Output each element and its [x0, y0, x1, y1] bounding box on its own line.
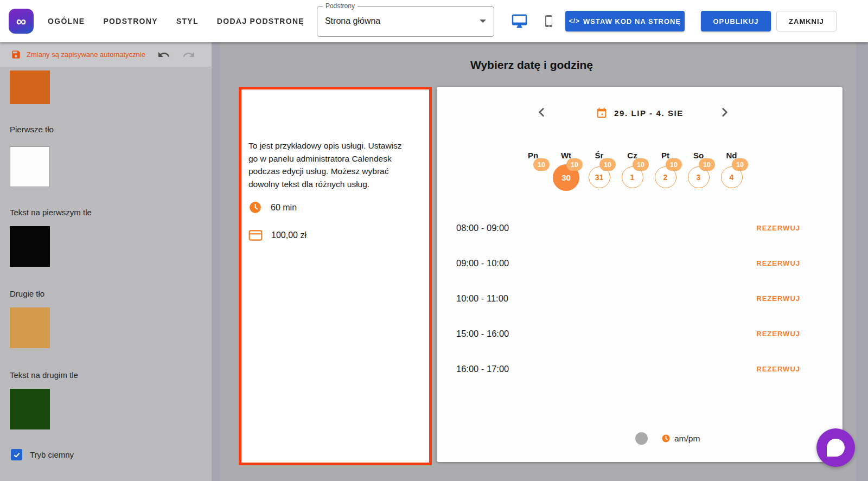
day-column-pn: Pn 10 [516, 151, 550, 193]
day-column-so: So 3 10 [682, 151, 715, 193]
nav-podstrony[interactable]: PODSTRONY [103, 11, 157, 31]
ampm-toggle-row: am/pm [635, 432, 700, 445]
service-duration-row: 60 min [248, 201, 297, 214]
slot-time: 16:00 - 17:00 [456, 364, 509, 374]
color-swatch-text-on-first-bg[interactable] [10, 226, 50, 267]
field-label-second-bg: Drugie tło [10, 289, 44, 298]
color-swatch-second-bg[interactable] [10, 307, 50, 348]
nav-ogolne[interactable]: OGÓLNE [48, 11, 85, 31]
slots-badge: 10 [566, 158, 583, 171]
autosave-note: Zmiany są zapisywane automatycznie [27, 50, 145, 59]
nav-styl[interactable]: STYL [176, 11, 199, 31]
field-label-first-bg: Pierwsze tło [10, 125, 54, 134]
chevron-down-icon [480, 20, 486, 23]
slot-time: 10:00 - 11:00 [456, 293, 508, 304]
next-week-icon[interactable] [718, 105, 732, 121]
slot-time: 09:00 - 10:00 [456, 258, 509, 268]
reserve-button[interactable]: REZERWUJ [756, 330, 800, 338]
week-days-row: Pn 10 Wt 30 10 Śr 31 10 [516, 151, 748, 193]
day-label: Pt [661, 151, 669, 160]
service-description-text: To jest przykładowy opis usługi. Ustawis… [248, 139, 411, 190]
style-sidebar: Zmiany są zapisywane automatycznie Pierw… [0, 42, 220, 481]
insert-code-label: WSTAW KOD NA STRONĘ [583, 17, 681, 25]
day-column-pt: Pt 2 10 [649, 151, 682, 193]
credit-card-icon [248, 229, 263, 241]
sidebar-scrollbar[interactable] [212, 42, 220, 481]
day-column-sr: Śr 31 10 [583, 151, 616, 193]
slots-badge: 10 [599, 158, 616, 171]
ampm-toggle[interactable] [635, 432, 648, 445]
slot-time: 08:00 - 09:00 [456, 223, 509, 233]
top-toolbar: ∞ OGÓLNE PODSTRONY STYL DODAJ PODSTRONĘ … [0, 0, 868, 42]
service-duration: 60 min [271, 203, 297, 213]
chat-widget-button[interactable] [816, 428, 855, 467]
reserve-button[interactable]: REZERWUJ [756, 294, 800, 303]
day-column-wt: Wt 30 10 [550, 151, 583, 193]
clock-small-icon [661, 434, 671, 443]
subpage-select-label: Podstrony [323, 2, 358, 10]
booking-section-title: Wybierz datę i godzinę [220, 59, 843, 72]
check-icon [13, 451, 21, 459]
publish-label: OPUBLIKUJ [713, 17, 758, 25]
time-slot-row: 10:00 - 11:00 REZERWUJ [437, 281, 843, 316]
dark-mode-label: Tryb ciemny [30, 450, 74, 459]
clock-icon [248, 201, 262, 214]
ampm-label: am/pm [674, 434, 700, 444]
field-label-text-on-first-bg: Tekst na pierwszym tle [10, 208, 92, 217]
day-column-cz: Cz 1 10 [616, 151, 649, 193]
save-icon [11, 49, 21, 60]
day-column-nd: Nd 4 10 [715, 151, 748, 193]
slots-badge: 10 [533, 158, 550, 171]
time-slot-row: 09:00 - 10:00 REZERWUJ [437, 246, 843, 281]
reserve-button[interactable]: REZERWUJ [756, 365, 800, 373]
reserve-button[interactable]: REZERWUJ [756, 259, 800, 267]
date-range-text: 29. LIP - 4. SIE [614, 108, 684, 118]
time-slot-row: 08:00 - 09:00 REZERWUJ [437, 210, 843, 246]
reserve-button[interactable]: REZERWUJ [756, 224, 800, 232]
insert-code-button[interactable]: </> WSTAW KOD NA STRONĘ [565, 11, 685, 31]
subpage-select-value: Strona główna [325, 16, 380, 26]
service-price-row: 100,00 zł [248, 229, 307, 241]
color-swatch-accent[interactable] [10, 70, 50, 104]
redo-icon[interactable] [182, 48, 195, 61]
nav-dodaj-podstrone[interactable]: DODAJ PODSTRONĘ [217, 11, 304, 31]
slots-badge: 10 [732, 158, 748, 171]
color-swatch-first-bg[interactable] [10, 146, 50, 187]
time-slot-row: 15:00 - 16:00 REZERWUJ [437, 316, 843, 351]
device-preview-switch [510, 12, 556, 30]
subpage-select[interactable]: Podstrony Strona główna [317, 6, 494, 37]
service-price: 100,00 zł [271, 230, 307, 240]
chat-bubble-icon [827, 439, 845, 457]
color-swatch-text-on-second-bg[interactable] [10, 389, 50, 429]
main-nav: OGÓLNE PODSTRONY STYL DODAJ PODSTRONĘ [48, 11, 304, 31]
time-slot-list: 08:00 - 09:00 REZERWUJ 09:00 - 10:00 REZ… [437, 210, 843, 387]
service-description-panel[interactable]: To jest przykładowy opis usługi. Ustawis… [239, 87, 432, 465]
calendar-week-header: 29. LIP - 4. SIE [437, 103, 843, 123]
code-icon: </> [569, 17, 580, 25]
page-preview: Wybierz datę i godzinę To jest przykłado… [220, 42, 868, 481]
preview-scrollbar[interactable] [856, 42, 868, 481]
logo-glyph: ∞ [16, 13, 27, 30]
publish-button[interactable]: OPUBLIKUJ [701, 11, 771, 31]
slots-badge: 10 [666, 158, 682, 171]
slots-badge: 10 [699, 158, 715, 171]
dark-mode-checkbox[interactable] [11, 449, 22, 460]
dark-mode-row: Tryb ciemny [11, 449, 74, 460]
date-range-picker[interactable]: 29. LIP - 4. SIE [437, 103, 843, 123]
mobile-preview-icon[interactable] [542, 12, 556, 30]
slot-time: 15:00 - 16:00 [456, 329, 509, 339]
close-label: ZAMKNIJ [789, 17, 824, 25]
undo-icon[interactable] [157, 48, 170, 61]
field-label-text-on-second-bg: Tekst na drugim tle [10, 370, 78, 380]
desktop-preview-icon[interactable] [510, 13, 528, 29]
time-slot-row: 16:00 - 17:00 REZERWUJ [437, 351, 843, 387]
autosave-bar: Zmiany są zapisywane automatycznie [0, 42, 220, 67]
history-controls [157, 48, 195, 61]
calendar-icon [596, 107, 608, 119]
booking-calendar-card: 29. LIP - 4. SIE Pn 10 Wt 30 10 [437, 87, 843, 462]
close-button[interactable]: ZAMKNIJ [776, 11, 837, 31]
slots-badge: 10 [633, 158, 649, 171]
calendesk-logo[interactable]: ∞ [9, 9, 34, 34]
